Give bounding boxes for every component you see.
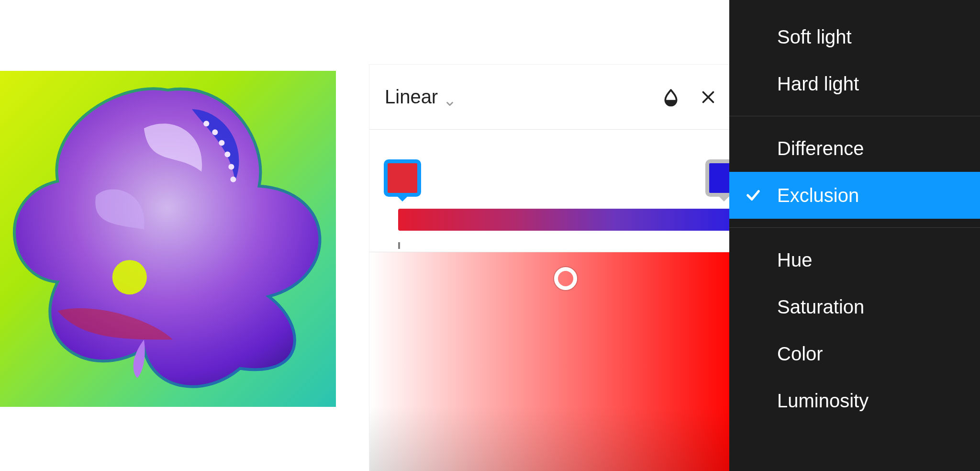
- svg-point-5: [228, 164, 234, 170]
- blend-item-label: Exclusion: [777, 186, 859, 205]
- gradient-type-dropdown[interactable]: Linear: [385, 86, 455, 108]
- blend-item-label: Color: [777, 344, 823, 363]
- menu-separator: [729, 227, 980, 228]
- gradient-type-label: Linear: [385, 86, 438, 108]
- blend-item-saturation[interactable]: Saturation: [729, 283, 980, 330]
- blend-item-label: Soft light: [777, 27, 852, 46]
- svg-point-0: [112, 260, 147, 294]
- blend-item-label: Hard light: [777, 74, 859, 93]
- opacity-stop-tick[interactable]: [398, 242, 400, 249]
- blend-item-label: Luminosity: [777, 391, 869, 410]
- blend-item-color[interactable]: Color: [729, 330, 980, 377]
- blend-item-label: Hue: [777, 250, 812, 269]
- blend-item-difference[interactable]: Difference: [729, 125, 980, 172]
- blend-mode-icon[interactable]: [659, 86, 682, 109]
- artwork-shape: [0, 71, 336, 407]
- svg-point-4: [224, 151, 230, 157]
- blend-item-label: Saturation: [777, 297, 864, 316]
- blend-item-hard-light[interactable]: Hard light: [729, 60, 980, 107]
- blend-item-luminosity[interactable]: Luminosity: [729, 377, 980, 424]
- saturation-value-field[interactable]: [369, 252, 733, 471]
- menu-separator: [729, 116, 980, 116]
- svg-point-3: [219, 140, 224, 146]
- blend-item-exclusion[interactable]: Exclusion: [729, 172, 980, 219]
- check-icon: [743, 187, 764, 203]
- close-icon[interactable]: [697, 86, 720, 109]
- svg-point-6: [230, 177, 236, 182]
- svg-point-1: [203, 121, 209, 126]
- blend-mode-menu[interactable]: Soft light Hard light Difference Exclusi…: [729, 0, 980, 471]
- canvas-preview: [0, 71, 336, 407]
- color-panel: Linear: [369, 65, 733, 471]
- gradient-stop-start[interactable]: [384, 159, 421, 197]
- chevron-down-icon: [445, 92, 455, 102]
- gradient-editor[interactable]: [369, 130, 733, 252]
- svg-point-2: [212, 129, 218, 135]
- gradient-bar[interactable]: [398, 209, 733, 231]
- color-panel-header: Linear: [369, 65, 733, 130]
- blend-item-label: Difference: [777, 139, 864, 158]
- blend-item-soft-light[interactable]: Soft light: [729, 13, 980, 60]
- blend-item-hue[interactable]: Hue: [729, 236, 980, 283]
